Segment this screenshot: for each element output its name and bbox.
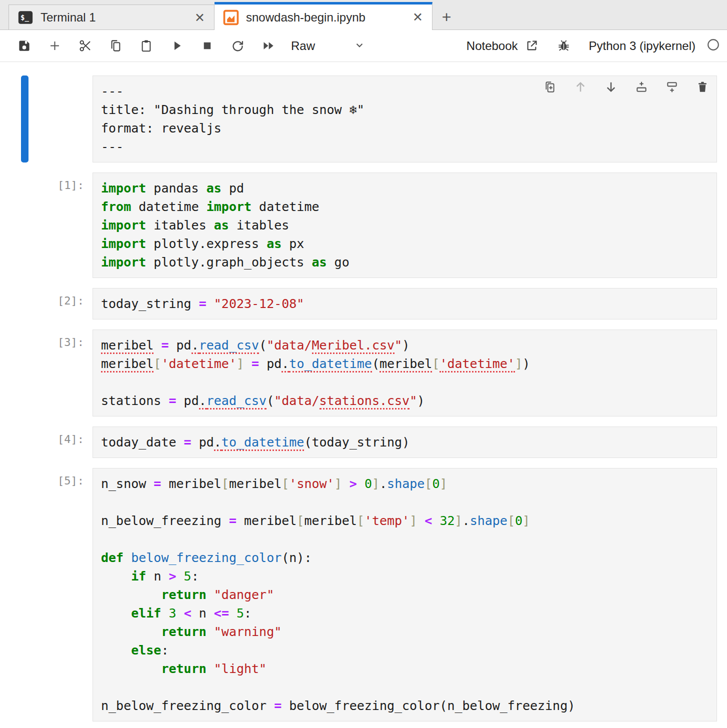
notebook-cell-snow-metrics: [5]:n_snow = meribel[meribel['snow'] > 0… xyxy=(21,468,717,722)
close-tab-icon[interactable]: ✕ xyxy=(194,10,206,25)
code-line: else: xyxy=(101,641,708,660)
code-line: return "danger" xyxy=(101,586,708,604)
dock-tab-bar: $_ Terminal 1 ✕ snowdash-begin.ipynb ✕ + xyxy=(0,0,727,30)
cell-type-value: Raw xyxy=(291,39,315,53)
tab-terminal-1[interactable]: $_ Terminal 1 ✕ xyxy=(8,4,214,30)
code-line: title: "Dashing through the snow ❄" xyxy=(101,100,708,119)
svg-text:$_: $_ xyxy=(20,14,30,22)
code-line: n_below_freezing_color = below_freezing_… xyxy=(101,696,708,715)
cell-editor[interactable]: ---title: "Dashing through the snow ❄"fo… xyxy=(92,76,717,162)
open-external-icon xyxy=(525,39,539,53)
save-icon[interactable] xyxy=(17,39,31,53)
code-line xyxy=(101,678,708,696)
code-line: today_date = pd.to_datetime(today_string… xyxy=(101,433,708,452)
code-line xyxy=(101,530,708,548)
execution-count: [4]: xyxy=(21,426,92,458)
code-line: def below_freezing_color(n): xyxy=(101,548,708,567)
cell-editor[interactable]: today_date = pd.to_datetime(today_string… xyxy=(92,426,717,458)
notebook-view-switch[interactable]: Notebook xyxy=(466,39,539,53)
duplicate-cell-icon[interactable] xyxy=(543,80,557,94)
move-cell-up-icon xyxy=(574,80,588,94)
cut-cells-icon[interactable] xyxy=(78,39,92,53)
code-line: meribel = pd.read_csv("data/Meribel.csv"… xyxy=(101,336,708,354)
code-line: n_below_freezing = meribel[meribel['temp… xyxy=(101,512,708,530)
cell-toolbar xyxy=(543,80,710,94)
restart-run-all-icon[interactable] xyxy=(261,39,275,53)
code-line: import pandas as pd xyxy=(101,179,708,198)
cell-source: n_snow = meribel[meribel['snow'] > 0].sh… xyxy=(101,474,708,715)
new-tab-button[interactable]: + xyxy=(432,4,460,30)
move-cell-down-icon[interactable] xyxy=(604,80,618,94)
notebook-cell-today-string: [2]:today_string = "2023-12-08" xyxy=(21,288,717,320)
close-tab-icon[interactable]: ✕ xyxy=(412,10,424,24)
code-line: import itables as itables xyxy=(101,216,708,234)
code-line: return "light" xyxy=(101,660,708,678)
cell-source: meribel = pd.read_csv("data/Meribel.csv"… xyxy=(101,336,708,410)
code-line: elif 3 < n <= 5: xyxy=(101,604,708,622)
insert-cell-below-icon[interactable] xyxy=(665,80,679,94)
cell-editor[interactable]: n_snow = meribel[meribel['snow'] > 0].sh… xyxy=(92,468,717,722)
execution-count: [3]: xyxy=(21,330,92,416)
code-line: today_string = "2023-12-08" xyxy=(101,294,708,313)
code-line: format: revealjs xyxy=(101,119,708,138)
cell-source: today_string = "2023-12-08" xyxy=(101,294,708,313)
kernel-name[interactable]: Python 3 (ipykernel) xyxy=(589,39,696,53)
notebook-cell-today-date: [4]:today_date = pd.to_datetime(today_st… xyxy=(21,426,717,458)
copy-cells-icon[interactable] xyxy=(108,39,122,53)
code-line: import plotly.graph_objects as go xyxy=(101,253,708,272)
cell-editor[interactable]: import pandas as pdfrom datetime import … xyxy=(92,172,717,278)
kernel-status-icon[interactable] xyxy=(706,38,720,54)
code-line: n_snow = meribel[meribel['snow'] > 0].sh… xyxy=(101,474,708,493)
execution-count: [5]: xyxy=(21,468,92,722)
code-line: return "warning" xyxy=(101,622,708,641)
cell-editor[interactable]: today_string = "2023-12-08" xyxy=(92,288,717,320)
execution-count: [2]: xyxy=(21,288,92,320)
insert-cell-above-icon[interactable] xyxy=(634,80,648,94)
tab-label: Terminal 1 xyxy=(40,10,187,24)
tab-label: snowdash-begin.ipynb xyxy=(246,10,405,24)
selected-cell-indicator xyxy=(21,76,28,162)
notebook-icon xyxy=(222,9,240,26)
tab-snowdash-notebook[interactable]: snowdash-begin.ipynb ✕ xyxy=(214,2,432,30)
insert-cell-icon[interactable] xyxy=(48,39,62,53)
cell-source: today_date = pd.to_datetime(today_string… xyxy=(101,433,708,452)
execution-count: [1]: xyxy=(21,172,92,278)
notebook-cell-load-data: [3]:meribel = pd.read_csv("data/Meribel.… xyxy=(21,330,717,416)
paste-cells-icon[interactable] xyxy=(139,39,153,53)
notebook-toolbar: Raw Notebook Python 3 (ipykernel) xyxy=(0,30,727,62)
notebook-cell-frontmatter: ---title: "Dashing through the snow ❄"fo… xyxy=(21,76,717,162)
code-line: if n > 5: xyxy=(101,567,708,586)
cell-editor[interactable]: meribel = pd.read_csv("data/Meribel.csv"… xyxy=(92,330,717,416)
code-line xyxy=(101,493,708,512)
notebook-panel: ---title: "Dashing through the snow ❄"fo… xyxy=(0,62,727,728)
interrupt-kernel-icon[interactable] xyxy=(200,39,214,53)
code-line xyxy=(101,373,708,392)
restart-kernel-icon[interactable] xyxy=(230,39,244,53)
code-line: --- xyxy=(101,138,708,156)
notebook-view-label: Notebook xyxy=(466,39,518,53)
chevron-down-icon xyxy=(354,40,365,52)
cell-source: import pandas as pdfrom datetime import … xyxy=(101,179,708,272)
code-line: from datetime import datetime xyxy=(101,198,708,216)
execution-count xyxy=(21,76,92,162)
cell-type-select[interactable]: Raw xyxy=(288,37,368,55)
terminal-icon: $_ xyxy=(17,9,34,26)
debugger-bug-icon[interactable] xyxy=(557,39,571,53)
code-line: stations = pd.read_csv("data/stations.cs… xyxy=(101,392,708,410)
delete-cell-icon[interactable] xyxy=(696,80,710,94)
run-cell-icon[interactable] xyxy=(170,39,184,53)
notebook-cell-imports: [1]:import pandas as pdfrom datetime imp… xyxy=(21,172,717,278)
code-line: import plotly.express as px xyxy=(101,234,708,253)
code-line: meribel['datetime'] = pd.to_datetime(mer… xyxy=(101,354,708,373)
